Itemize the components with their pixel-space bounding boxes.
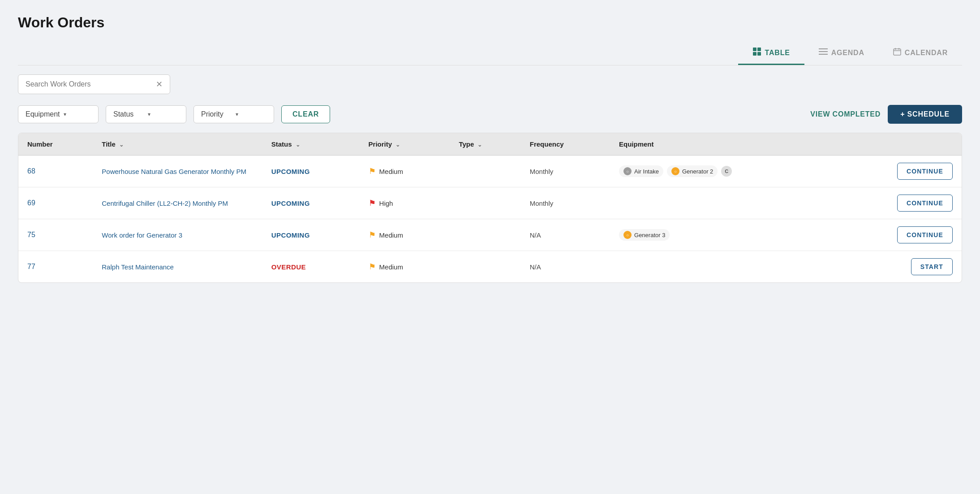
page-title: Work Orders xyxy=(18,14,962,31)
agenda-icon xyxy=(819,48,828,57)
row-number: 75 xyxy=(18,219,93,251)
controls-row: ✕ xyxy=(18,74,962,94)
row-equipment: ○ Air Intake ○ Generator 2 C xyxy=(610,156,835,187)
row-number: 68 xyxy=(18,156,93,187)
row-status: Upcoming xyxy=(262,156,360,187)
equip-dot-icon: ○ xyxy=(671,167,679,175)
tab-table-label: TABLE xyxy=(765,49,790,57)
col-status[interactable]: Status ⌄ xyxy=(262,133,360,156)
row-priority: ⚑ High xyxy=(360,187,450,219)
row-equipment xyxy=(610,187,835,219)
row-equipment: ○ Generator 3 xyxy=(610,219,835,251)
priority-filter[interactable]: Priority ▾ xyxy=(193,105,274,123)
search-input[interactable] xyxy=(26,80,152,88)
status-badge: Upcoming xyxy=(271,199,310,207)
equip-dot-icon: ○ xyxy=(623,167,632,175)
row-title[interactable]: Powerhouse Natural Gas Generator Monthly… xyxy=(93,156,262,187)
row-title[interactable]: Centrifugal Chiller (LL2-CH-2) Monthly P… xyxy=(93,187,262,219)
col-type[interactable]: Type ⌄ xyxy=(450,133,520,156)
equipment-filter[interactable]: Equipment ▾ xyxy=(18,105,99,123)
col-equipment: Equipment xyxy=(610,133,835,156)
type-sort-icon: ⌄ xyxy=(477,142,482,148)
start-button[interactable]: START xyxy=(911,258,953,275)
equipment-badge: ○ Air Intake xyxy=(619,165,663,177)
filters-row: Equipment ▾ Status ▾ Priority ▾ CLEAR VI… xyxy=(18,105,962,124)
row-status: Overdue xyxy=(262,251,360,283)
view-completed-button[interactable]: VIEW COMPLETED xyxy=(810,110,881,118)
row-type xyxy=(450,187,520,219)
tab-table[interactable]: TABLE xyxy=(738,42,804,65)
row-status: Upcoming xyxy=(262,187,360,219)
row-priority: ⚑ Medium xyxy=(360,251,450,283)
col-frequency: Frequency xyxy=(521,133,610,156)
table-row: 68 Powerhouse Natural Gas Generator Mont… xyxy=(18,156,962,187)
col-title[interactable]: Title ⌄ xyxy=(93,133,262,156)
table-row: 69 Centrifugal Chiller (LL2-CH-2) Monthl… xyxy=(18,187,962,219)
continue-button[interactable]: CONTINUE xyxy=(897,163,953,180)
priority-flag-icon: ⚑ xyxy=(369,198,376,208)
row-number: 69 xyxy=(18,187,93,219)
search-box: ✕ xyxy=(18,74,170,94)
row-action: CONTINUE xyxy=(835,187,962,219)
svg-rect-3 xyxy=(757,52,761,56)
priority-label: Medium xyxy=(379,263,403,271)
priority-label: Medium xyxy=(379,231,403,239)
search-clear-icon[interactable]: ✕ xyxy=(156,79,163,89)
status-filter-label: Status xyxy=(113,110,144,118)
equip-badge-label: Generator 2 xyxy=(682,168,713,175)
row-priority: ⚑ Medium xyxy=(360,219,450,251)
row-action: CONTINUE xyxy=(835,219,962,251)
row-action: START xyxy=(835,251,962,283)
row-action: CONTINUE xyxy=(835,156,962,187)
status-sort-icon: ⌄ xyxy=(296,142,300,148)
status-badge: Upcoming xyxy=(271,231,310,239)
priority-label: Medium xyxy=(379,168,403,175)
svg-rect-1 xyxy=(757,48,761,51)
priority-flag-icon: ⚑ xyxy=(369,166,376,176)
table-body: 68 Powerhouse Natural Gas Generator Mont… xyxy=(18,156,962,283)
row-type xyxy=(450,251,520,283)
row-title[interactable]: Ralph Test Maintenance xyxy=(93,251,262,283)
priority-sort-icon: ⌄ xyxy=(395,142,400,148)
schedule-button[interactable]: + SCHEDULE xyxy=(888,105,962,124)
equipment-filter-label: Equipment xyxy=(26,110,60,118)
table-icon xyxy=(752,47,761,58)
status-badge: Upcoming xyxy=(271,168,310,175)
calendar-icon xyxy=(893,48,901,58)
col-priority[interactable]: Priority ⌄ xyxy=(360,133,450,156)
svg-rect-2 xyxy=(753,52,756,56)
row-frequency: N/A xyxy=(521,219,610,251)
work-orders-table-container: Number Title ⌄ Status ⌄ Priority ⌄ Type … xyxy=(18,133,962,283)
row-frequency: N/A xyxy=(521,251,610,283)
svg-rect-0 xyxy=(753,48,756,51)
status-filter[interactable]: Status ▾ xyxy=(106,105,186,123)
equip-dot-icon: ○ xyxy=(623,231,632,239)
equipment-badge: ○ Generator 2 xyxy=(667,165,718,177)
title-sort-icon: ⌄ xyxy=(119,142,124,148)
row-title[interactable]: Work order for Generator 3 xyxy=(93,219,262,251)
row-type xyxy=(450,156,520,187)
tab-agenda-label: AGENDA xyxy=(831,49,864,57)
row-frequency: Monthly xyxy=(521,156,610,187)
priority-filter-label: Priority xyxy=(201,110,232,118)
row-type xyxy=(450,219,520,251)
continue-button[interactable]: CONTINUE xyxy=(897,226,953,243)
row-frequency: Monthly xyxy=(521,187,610,219)
work-orders-table: Number Title ⌄ Status ⌄ Priority ⌄ Type … xyxy=(18,133,962,282)
tab-calendar[interactable]: CALENDAR xyxy=(879,42,962,65)
row-priority: ⚑ Medium xyxy=(360,156,450,187)
table-row: 77 Ralph Test Maintenance Overdue ⚑ Medi… xyxy=(18,251,962,283)
equipment-chevron-icon: ▾ xyxy=(64,111,91,117)
continue-button[interactable]: CONTINUE xyxy=(897,195,953,212)
clear-button[interactable]: CLEAR xyxy=(281,105,330,123)
table-header: Number Title ⌄ Status ⌄ Priority ⌄ Type … xyxy=(18,133,962,156)
status-chevron-icon: ▾ xyxy=(148,111,179,117)
svg-rect-7 xyxy=(894,49,901,55)
equip-badge-label: Air Intake xyxy=(634,168,659,175)
equipment-badge: ○ Generator 3 xyxy=(619,229,670,241)
view-tabs: TABLE AGENDA CALENDAR xyxy=(18,42,962,65)
priority-chevron-icon: ▾ xyxy=(236,111,266,117)
tab-agenda[interactable]: AGENDA xyxy=(804,42,879,65)
row-number: 77 xyxy=(18,251,93,283)
equipment-more-badge: C xyxy=(721,166,732,177)
